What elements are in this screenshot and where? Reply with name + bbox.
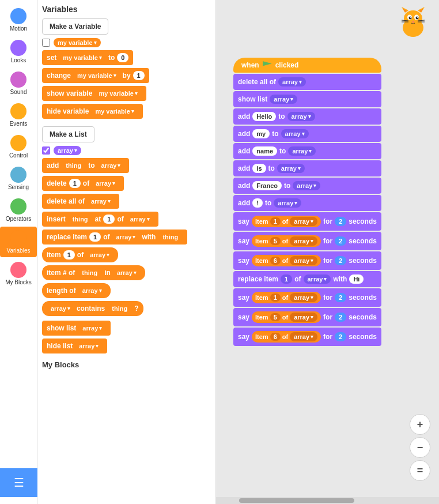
- add-is-value[interactable]: is: [252, 164, 266, 173]
- zoom-reset-button[interactable]: =: [410, 460, 430, 481]
- add-my-value[interactable]: my: [252, 129, 270, 138]
- insert-block[interactable]: insert thing at 1 of array: [42, 212, 158, 227]
- change-block[interactable]: change my variable by 1: [42, 68, 149, 83]
- sidebar-item-sound[interactable]: Sound: [0, 68, 37, 99]
- add-is-block[interactable]: add is to array: [233, 160, 381, 176]
- delete-num[interactable]: 1: [69, 179, 81, 188]
- say-6-seconds-num[interactable]: 2: [335, 256, 346, 265]
- delete-all-script-block[interactable]: delete all of array: [233, 74, 381, 90]
- replace-array-dropdown[interactable]: array: [112, 232, 140, 242]
- say-item-6b-inner[interactable]: Item 6 of array: [252, 331, 321, 343]
- show-list-array-dd[interactable]: array: [270, 95, 297, 104]
- delete-all-array-dd[interactable]: array: [278, 77, 306, 86]
- say-item-1b-block[interactable]: say Item 1 of array for 2 seconds: [233, 288, 381, 307]
- length-block[interactable]: length of array: [42, 283, 111, 298]
- item-hash-array-dropdown[interactable]: array: [113, 268, 141, 277]
- sidebar-item-sensing[interactable]: Sensing: [0, 163, 37, 194]
- hide-variable-block[interactable]: hide variable my variable: [42, 104, 143, 119]
- change-value-input[interactable]: 1: [133, 71, 145, 80]
- replace-thing[interactable]: thing: [158, 232, 183, 242]
- say-item-6b-block[interactable]: say Item 6 of array for 2 seconds: [233, 328, 381, 346]
- make-variable-button[interactable]: Make a Variable: [42, 18, 108, 35]
- show-list-dropdown[interactable]: array: [78, 324, 106, 333]
- say-item-6b-array[interactable]: array: [290, 332, 317, 341]
- add-is-array[interactable]: array: [277, 164, 305, 173]
- contains-block[interactable]: array contains thing ?: [42, 301, 143, 316]
- set-variable-dropdown[interactable]: my variable: [59, 53, 106, 62]
- array-checkbox[interactable]: [42, 146, 50, 155]
- hide-list-block[interactable]: hide list array: [42, 338, 107, 353]
- item-hash-thing[interactable]: thing: [77, 268, 102, 277]
- add-franco-value[interactable]: Franco: [252, 181, 282, 190]
- say-item-5b-array[interactable]: array: [290, 313, 317, 322]
- say-item-6b-num[interactable]: 6: [270, 333, 281, 341]
- hide-variable-dropdown[interactable]: my variable: [91, 107, 138, 116]
- say-item-1-array[interactable]: array: [290, 217, 317, 226]
- show-list-script-block[interactable]: show list array: [233, 91, 381, 107]
- say-item-6-array[interactable]: array: [290, 256, 317, 265]
- replace-num[interactable]: 1: [89, 232, 101, 242]
- say-item-5-num[interactable]: 5: [270, 237, 281, 245]
- sidebar-item-control[interactable]: Control: [0, 131, 37, 162]
- sidebar-item-events[interactable]: Events: [0, 100, 37, 130]
- show-variable-dropdown[interactable]: my variable: [94, 89, 142, 98]
- replace-script-value[interactable]: Hi: [349, 274, 364, 284]
- add-name-value[interactable]: name: [252, 146, 277, 156]
- thing-value[interactable]: thing: [61, 161, 86, 170]
- delete-all-block[interactable]: delete all of array: [42, 194, 119, 209]
- add-array-dropdown[interactable]: array: [97, 161, 125, 170]
- add-thing-block[interactable]: add thing to array: [42, 158, 129, 173]
- set-value-input[interactable]: 0: [117, 53, 128, 62]
- say-item-5-block[interactable]: say Item 5 of array for 2 seconds: [233, 232, 381, 250]
- my-variable-checkbox[interactable]: [42, 39, 50, 47]
- replace-item-block[interactable]: replace item 1 of array with Hi: [233, 271, 381, 287]
- sidebar-item-variables[interactable]: Variables: [0, 227, 37, 257]
- say-1-seconds-num[interactable]: 2: [335, 217, 346, 226]
- say-item-1-num[interactable]: 1: [270, 217, 281, 225]
- add-franco-block[interactable]: add Franco to array: [233, 178, 381, 194]
- say-item-1-block[interactable]: say Item 1 of array for 2 seconds: [233, 212, 381, 231]
- delete-all-dropdown[interactable]: array: [87, 197, 115, 206]
- say-item-5-array[interactable]: array: [290, 236, 317, 246]
- item-num[interactable]: 1: [63, 250, 75, 259]
- add-hello-block[interactable]: add Hello to array: [233, 108, 381, 125]
- add-franco-array[interactable]: array: [293, 181, 320, 190]
- length-array-dropdown[interactable]: array: [78, 286, 106, 295]
- say-item-1b-num[interactable]: 1: [270, 294, 281, 302]
- make-list-button[interactable]: Make a List: [42, 126, 94, 142]
- say-item-5b-num[interactable]: 5: [270, 313, 281, 321]
- contains-thing[interactable]: thing: [107, 304, 132, 313]
- replace-script-array[interactable]: array: [304, 274, 331, 284]
- set-block[interactable]: set my variable to 0: [42, 50, 133, 65]
- replace-script-num[interactable]: 1: [281, 274, 292, 284]
- insert-array-dropdown[interactable]: array: [126, 215, 154, 224]
- show-variable-block[interactable]: show variable my variable: [42, 86, 146, 101]
- insert-thing[interactable]: thing: [68, 215, 93, 224]
- say-item-1-inner[interactable]: Item 1 of array: [252, 216, 321, 227]
- zoom-out-button[interactable]: −: [410, 437, 430, 458]
- sidebar-item-operators[interactable]: Operators: [0, 195, 37, 225]
- add-name-block[interactable]: add name to array: [233, 143, 381, 159]
- item-array-dropdown[interactable]: array: [86, 250, 113, 259]
- say-1b-seconds-num[interactable]: 2: [335, 293, 346, 302]
- when-flag-clicked-block[interactable]: when clicked: [233, 58, 381, 73]
- item-hash-block[interactable]: item # of thing in array: [42, 265, 145, 280]
- say-item-5-inner[interactable]: Item 5 of array: [252, 235, 321, 247]
- say-5-seconds-num[interactable]: 2: [335, 236, 346, 246]
- say-item-1b-array[interactable]: array: [290, 293, 317, 302]
- add-hello-array[interactable]: array: [287, 112, 315, 121]
- sidebar-item-motion[interactable]: Motion: [0, 5, 37, 35]
- sidebar-item-myblocks[interactable]: My Blocks: [0, 258, 37, 289]
- say-item-5b-inner[interactable]: Item 5 of array: [252, 311, 321, 323]
- add-exclaim-array[interactable]: array: [274, 198, 301, 208]
- replace-block[interactable]: replace item 1 of array with thing: [42, 230, 187, 245]
- bottom-scrollbar[interactable]: [216, 497, 439, 504]
- contains-array-dropdown[interactable]: array: [47, 304, 74, 313]
- delete-block[interactable]: delete 1 of array: [42, 176, 124, 191]
- say-5b-seconds-num[interactable]: 2: [335, 313, 346, 322]
- insert-num[interactable]: 1: [103, 215, 115, 224]
- delete-array-dropdown[interactable]: array: [92, 179, 119, 188]
- say-item-6-num[interactable]: 6: [270, 257, 281, 265]
- add-hello-value[interactable]: Hello: [252, 112, 276, 121]
- say-6b-seconds-num[interactable]: 2: [335, 332, 346, 341]
